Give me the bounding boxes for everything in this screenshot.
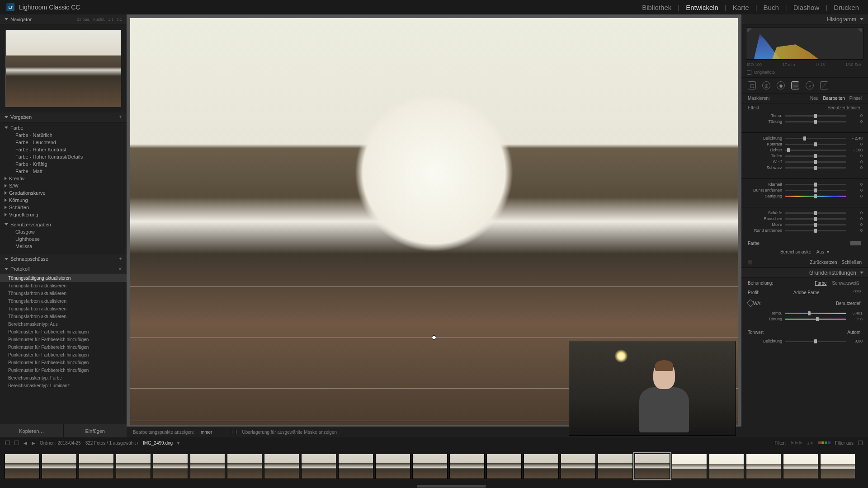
slider-value[interactable]: - 100 (849, 148, 863, 152)
slider-value[interactable]: 0 (849, 222, 863, 227)
slider-handle[interactable] (814, 154, 817, 158)
slider-value[interactable]: 0 (849, 216, 863, 221)
preset-item[interactable]: Farbe - Hoher Kontrast (5, 146, 122, 153)
original-checkbox[interactable] (747, 70, 751, 75)
filmstrip-thumbnail[interactable] (227, 454, 262, 479)
filmstrip-thumbnail[interactable] (486, 454, 522, 479)
slider-value[interactable]: 0 (849, 142, 863, 146)
preset-item[interactable]: Farbe - Hoher Kontrast/Details (5, 153, 122, 160)
filmstrip-thumbnail[interactable] (301, 454, 336, 479)
module-tab[interactable]: Drucken (831, 4, 862, 11)
gradient-tool-icon[interactable]: ▭ (791, 81, 799, 89)
filmstrip-thumbnail[interactable] (709, 454, 744, 479)
module-tab[interactable]: Entwickeln (683, 4, 721, 11)
filmstrip-thumbnail[interactable] (79, 454, 114, 479)
slider-handle[interactable] (814, 188, 817, 192)
slider-handle[interactable] (814, 211, 817, 215)
history-item[interactable]: Punktmuster für Farbbereich hinzufügen (0, 328, 127, 336)
slider-handle[interactable] (814, 223, 817, 227)
preset-item[interactable]: Farbe - Kräftig (5, 160, 122, 168)
filmstrip-thumbnail[interactable] (635, 454, 670, 479)
slider-track[interactable] (785, 150, 846, 151)
zoom-option[interactable]: 1:1 (108, 17, 114, 22)
history-item[interactable]: Tönungsfarbton aktualisieren (0, 305, 127, 313)
history-item[interactable]: Punktmuster für Farbbereich hinzufügen (0, 366, 127, 374)
filmstrip[interactable] (0, 448, 868, 484)
color-filter-icon[interactable] (818, 441, 830, 444)
preset-item[interactable]: Melissa (5, 243, 122, 250)
preset-item[interactable]: Farbe - Matt (5, 168, 122, 175)
brush-tool-icon[interactable]: ／ (820, 81, 828, 89)
slider-value[interactable]: 0 (849, 194, 863, 198)
history-item[interactable]: Punktmuster für Farbbereich hinzufügen (0, 351, 127, 359)
slider-track[interactable] (785, 184, 846, 185)
preset-section[interactable]: Vignettierung (5, 211, 122, 218)
radial-tool-icon[interactable]: ○ (806, 81, 814, 89)
preset-item[interactable]: Lighthouse (5, 235, 122, 243)
mask-tab[interactable]: Bearbeiten (823, 96, 844, 101)
module-tab[interactable]: Bibliothek (639, 4, 674, 11)
slider-track[interactable] (785, 230, 846, 231)
mask-tab[interactable]: Pinsel (849, 96, 862, 101)
overlay-checkbox[interactable] (232, 430, 236, 434)
paste-button[interactable]: Einfügen (64, 424, 127, 437)
auto-button[interactable]: Autom. (847, 330, 862, 335)
profile-value[interactable]: Adobe Farbe (793, 290, 820, 295)
slider-track[interactable] (785, 196, 846, 197)
nav-arrow-icon[interactable]: ▶ (32, 441, 35, 446)
module-tab[interactable]: Buch (761, 4, 782, 11)
histogram[interactable] (746, 27, 863, 60)
filmstrip-thumbnail[interactable] (449, 454, 485, 479)
reset-button[interactable]: Zurücksetzen (810, 260, 837, 265)
slider-track[interactable] (785, 313, 846, 314)
slider-track[interactable] (785, 144, 846, 145)
copy-button[interactable]: Kopieren… (0, 424, 64, 437)
filmstrip-thumbnail[interactable] (264, 454, 299, 479)
mask-tab[interactable]: Neu (810, 96, 818, 101)
filmstrip-thumbnail[interactable] (338, 454, 373, 479)
slider-handle[interactable] (814, 217, 817, 221)
slider-track[interactable] (785, 319, 846, 320)
slider-track[interactable] (785, 138, 846, 139)
preset-section[interactable]: Gradationskurve (5, 189, 122, 197)
slider-value[interactable]: + 6 (849, 317, 863, 321)
slider-track[interactable] (785, 121, 846, 122)
plus-icon[interactable]: + (119, 114, 122, 120)
edit-points-mode[interactable]: Immer (199, 430, 212, 435)
slider-track[interactable] (785, 218, 846, 220)
gradient-pin[interactable] (432, 335, 436, 340)
history-item[interactable]: Tönungsfarbton aktualisieren (0, 282, 127, 290)
preset-group[interactable]: Farbe (5, 124, 122, 131)
slider-track[interactable] (785, 155, 846, 157)
preset-section[interactable]: Körnung (5, 197, 122, 204)
slider-track[interactable] (785, 161, 846, 163)
redeye-tool-icon[interactable]: ◉ (777, 81, 785, 89)
filmstrip-thumbnail[interactable] (746, 454, 781, 479)
filmstrip-thumbnail[interactable] (561, 454, 596, 479)
slider-value[interactable]: 0 (849, 154, 863, 158)
filmstrip-scrollbar[interactable] (0, 484, 868, 488)
history-item[interactable]: Bereichsmaskentyp: Aus (0, 320, 127, 328)
slider-value[interactable]: 0 (849, 182, 863, 187)
slider-value[interactable]: 0 (849, 119, 863, 124)
filmstrip-thumbnail[interactable] (5, 454, 40, 479)
second-monitor-icon[interactable] (5, 441, 10, 445)
filmstrip-thumbnail[interactable] (412, 454, 448, 479)
history-item[interactable]: Bereichsmaskentyp: Farbe (0, 374, 127, 382)
slider-track[interactable] (785, 190, 846, 191)
slider-handle[interactable] (814, 183, 817, 187)
nav-arrow-icon[interactable]: ◀ (24, 441, 27, 446)
user-presets-group[interactable]: Benutzervorgaben (5, 221, 122, 228)
slider-value[interactable]: 0 (849, 211, 863, 215)
snapshots-header[interactable]: Schnappschüsse + (0, 254, 127, 264)
history-item[interactable]: Punktmuster für Farbbereich hinzufügen (0, 359, 127, 366)
wb-value[interactable]: Benutzerdef. (836, 301, 862, 306)
slider-track[interactable] (785, 224, 846, 225)
filmstrip-thumbnail[interactable] (672, 454, 707, 479)
slider-handle[interactable] (787, 148, 790, 152)
preset-item[interactable]: Glasgow (5, 228, 122, 235)
slider-value[interactable]: 0,00 (849, 339, 863, 343)
slider-track[interactable] (785, 212, 846, 214)
plus-icon[interactable]: + (119, 256, 122, 262)
slider-handle[interactable] (814, 142, 817, 146)
